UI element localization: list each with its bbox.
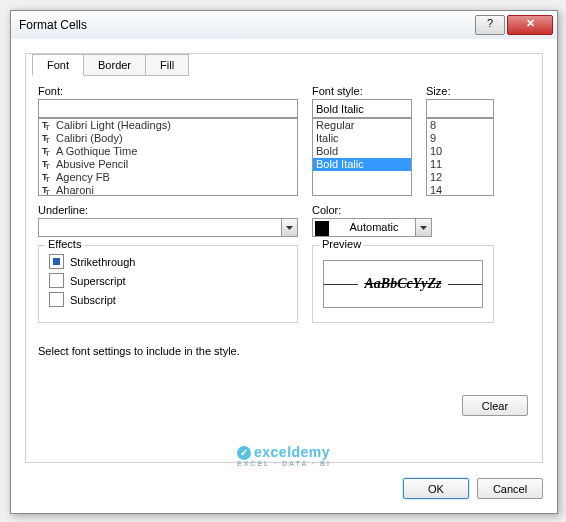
effects-group-title: Effects [45, 238, 84, 250]
truetype-icon [42, 147, 53, 157]
truetype-icon [42, 134, 53, 144]
checkbox-icon [49, 273, 64, 288]
color-value: Automatic [333, 219, 415, 236]
font-list-item[interactable]: Calibri Light (Headings) [39, 119, 297, 132]
font-label: Font: [38, 85, 298, 97]
underline-dropdown-button[interactable] [281, 218, 298, 237]
size-input[interactable] [426, 99, 494, 118]
dialog-title: Format Cells [19, 18, 475, 32]
font-list-item[interactable]: Aharoni [39, 184, 297, 196]
font-listbox[interactable]: Calibri Light (Headings)Calibri (Body)A … [38, 118, 298, 196]
font-list-item[interactable]: A Gothique Time [39, 145, 297, 158]
size-list-item[interactable]: 11 [427, 158, 493, 171]
tab-border[interactable]: Border [83, 54, 146, 76]
font-style-input[interactable] [312, 99, 412, 118]
subscript-checkbox[interactable]: Subscript [49, 292, 287, 307]
strikethrough-label: Strikethrough [70, 256, 135, 268]
size-list-item[interactable]: 12 [427, 171, 493, 184]
underline-combo[interactable] [38, 218, 298, 237]
font-list-item[interactable]: Abusive Pencil [39, 158, 297, 171]
size-list-item[interactable]: 10 [427, 145, 493, 158]
style-list-item[interactable]: Regular [313, 119, 411, 132]
tabstrip: Font Border Fill [32, 53, 542, 75]
effects-group: Effects Strikethrough Superscript Subscr… [38, 245, 298, 323]
tab-fill[interactable]: Fill [145, 54, 189, 76]
preview-group: Preview AaBbCcYyZz [312, 245, 494, 323]
size-label: Size: [426, 85, 494, 97]
font-style-label: Font style: [312, 85, 412, 97]
help-text: Select font settings to include in the s… [38, 345, 530, 357]
size-list-item[interactable]: 9 [427, 132, 493, 145]
preview-area: AaBbCcYyZz [323, 260, 483, 308]
preview-group-title: Preview [319, 238, 364, 250]
preview-text: AaBbCcYyZz [365, 276, 442, 292]
cancel-button[interactable]: Cancel [477, 478, 543, 499]
truetype-icon [42, 160, 53, 170]
size-list-item[interactable]: 8 [427, 119, 493, 132]
strikethrough-checkbox[interactable]: Strikethrough [49, 254, 287, 269]
color-dropdown-button[interactable] [415, 218, 432, 237]
titlebar: Format Cells ? ✕ [11, 11, 557, 40]
style-list-item[interactable]: Italic [313, 132, 411, 145]
superscript-checkbox[interactable]: Superscript [49, 273, 287, 288]
size-listbox[interactable]: 8910111214 [426, 118, 494, 196]
size-list-item[interactable]: 14 [427, 184, 493, 196]
color-combo[interactable]: Automatic [312, 218, 432, 237]
underline-value [38, 218, 281, 237]
truetype-icon [42, 121, 53, 131]
ok-button[interactable]: OK [403, 478, 469, 499]
help-button[interactable]: ? [475, 15, 505, 35]
font-input[interactable] [38, 99, 298, 118]
checkbox-icon [49, 254, 64, 269]
truetype-icon [42, 186, 53, 196]
subscript-label: Subscript [70, 294, 116, 306]
style-list-item[interactable]: Bold [313, 145, 411, 158]
font-style-listbox[interactable]: RegularItalicBoldBold Italic [312, 118, 412, 196]
close-button[interactable]: ✕ [507, 15, 553, 35]
truetype-icon [42, 173, 53, 183]
tab-font[interactable]: Font [32, 54, 84, 76]
color-label: Color: [312, 204, 494, 216]
color-swatch [315, 221, 329, 236]
checkbox-icon [49, 292, 64, 307]
style-list-item[interactable]: Bold Italic [313, 158, 411, 171]
font-list-item[interactable]: Agency FB [39, 171, 297, 184]
font-list-item[interactable]: Calibri (Body) [39, 132, 297, 145]
underline-label: Underline: [38, 204, 298, 216]
format-cells-dialog: Format Cells ? ✕ Font Border Fill Font: … [10, 10, 558, 514]
superscript-label: Superscript [70, 275, 126, 287]
clear-button[interactable]: Clear [462, 395, 528, 416]
